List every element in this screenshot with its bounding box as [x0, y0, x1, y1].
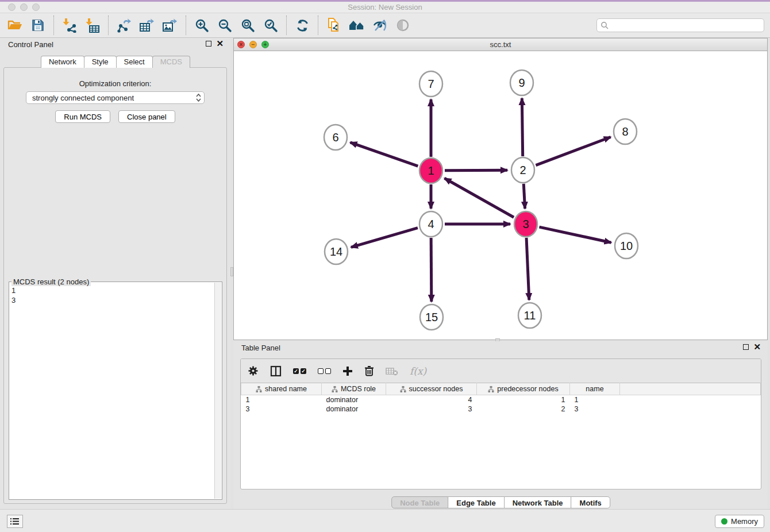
tab-select[interactable]: Select [116, 56, 153, 68]
create-column-button[interactable] [342, 366, 353, 376]
tab-mcds[interactable]: MCDS [152, 56, 190, 68]
cell-name[interactable]: 1 [570, 395, 620, 404]
search-field[interactable] [611, 21, 760, 30]
export-table-button[interactable] [136, 14, 159, 36]
graph-edge-2-8[interactable] [536, 137, 610, 165]
graph-edge-1-6[interactable] [350, 142, 418, 166]
cell-successor-nodes[interactable]: 4 [386, 395, 477, 404]
zoom-out-button[interactable] [213, 14, 236, 36]
graph-node-8[interactable]: 8 [614, 119, 637, 144]
result-scrollbar[interactable] [214, 283, 221, 499]
deselect-all-columns-button[interactable] [318, 368, 331, 374]
tab-node-table[interactable]: Node Table [391, 496, 448, 508]
table-row[interactable]: 1 dominator 4 1 1 [241, 395, 761, 404]
table-row[interactable]: 3 dominator 3 2 3 [241, 404, 761, 414]
tab-motifs[interactable]: Motifs [571, 496, 610, 508]
show-panels-button[interactable] [7, 515, 23, 528]
tab-network[interactable]: Network [41, 56, 84, 68]
graph-edge-2-9[interactable] [522, 98, 522, 156]
zoom-selected-button[interactable] [259, 14, 282, 36]
graph-node-15[interactable]: 15 [420, 304, 443, 330]
optimization-criterion-label: Optimization criterion: [4, 79, 226, 88]
checked-box-icon: ✓ [293, 368, 299, 374]
delete-columns-button[interactable] [364, 365, 374, 376]
table-options-button[interactable] [248, 365, 259, 376]
import-table-button[interactable] [81, 14, 104, 36]
graph-edge-4-15[interactable] [431, 238, 432, 302]
refresh-view-button[interactable] [291, 14, 314, 36]
graph-edge-3-11[interactable] [526, 238, 529, 300]
network-canvas[interactable]: 1234678910111415 [234, 51, 767, 340]
cell-predecessor-nodes[interactable]: 1 [477, 395, 570, 404]
show-eye-icon-disabled [395, 18, 410, 33]
attribute-type-icon [400, 386, 406, 392]
plus-icon [342, 366, 353, 376]
close-panel-button[interactable]: Close panel [118, 110, 175, 123]
graph-node-11[interactable]: 11 [518, 303, 541, 328]
graph-node-7[interactable]: 7 [419, 71, 442, 97]
graph-node-9[interactable]: 9 [510, 70, 533, 95]
cell-mcds-role[interactable]: dominator [322, 395, 386, 404]
table-header-row: shared name MCDS role successor nodes pr… [241, 383, 761, 395]
hide-selected-button[interactable] [368, 14, 391, 36]
optimization-criterion-select[interactable]: strongly connected component [26, 91, 205, 104]
close-panel-icon[interactable]: ✕ [216, 41, 224, 47]
graph-node-1[interactable]: 1 [419, 158, 442, 183]
refresh-icon [295, 18, 310, 33]
run-mcds-button[interactable]: Run MCDS [55, 110, 110, 123]
toolbar-separator [108, 16, 109, 35]
cell-mcds-role[interactable]: dominator [322, 404, 386, 414]
tab-edge-table[interactable]: Edge Table [448, 496, 504, 508]
column-header-successor-nodes[interactable]: successor nodes [386, 383, 477, 395]
column-header-predecessor-nodes[interactable]: predecessor nodes [477, 383, 570, 395]
export-image-button[interactable] [159, 14, 182, 36]
select-all-columns-button[interactable]: ✓ ✓ [293, 368, 306, 374]
graph-node-14[interactable]: 14 [325, 239, 348, 264]
export-table-icon [139, 18, 155, 33]
tab-network-table[interactable]: Network Table [504, 496, 572, 508]
float-panel-icon[interactable] [206, 41, 211, 47]
cell-shared-name[interactable]: 1 [241, 395, 322, 404]
search-input[interactable] [596, 18, 764, 32]
mcds-result-title: MCDS result (2 nodes) [11, 277, 91, 286]
cell-shared-name[interactable]: 3 [241, 404, 322, 414]
column-header-name[interactable]: name [570, 383, 620, 395]
save-session-button[interactable] [26, 14, 49, 36]
close-table-panel-icon[interactable]: ✕ [753, 344, 761, 350]
cell-name[interactable]: 3 [570, 404, 620, 414]
graph-node-3[interactable]: 3 [514, 211, 537, 237]
graph-edge-1-2[interactable] [445, 170, 507, 171]
cell-successor-nodes[interactable]: 3 [386, 404, 477, 414]
float-table-panel-icon[interactable] [743, 344, 749, 350]
show-columns-button[interactable] [270, 365, 282, 377]
graph-node-2[interactable]: 2 [511, 157, 534, 183]
column-header-shared-name[interactable]: shared name [241, 383, 322, 395]
show-all-button[interactable] [391, 14, 414, 36]
graph-node-10[interactable]: 10 [615, 233, 638, 259]
graph-node-6[interactable]: 6 [324, 125, 347, 150]
svg-text:3: 3 [522, 218, 529, 230]
open-session-button[interactable] [3, 14, 26, 36]
graph-edge-4-14[interactable] [351, 228, 418, 248]
tab-style[interactable]: Style [84, 56, 117, 68]
first-neighbors-button[interactable] [345, 14, 368, 36]
cell-predecessor-nodes[interactable]: 2 [477, 404, 570, 414]
column-header-mcds-role[interactable]: MCDS role [322, 383, 386, 395]
export-network-button[interactable] [113, 14, 136, 36]
svg-text:11: 11 [524, 309, 536, 322]
import-network-button[interactable] [58, 14, 81, 36]
zoom-in-button[interactable] [190, 14, 213, 36]
zoom-fit-button[interactable] [236, 14, 259, 36]
columns-icon [270, 365, 282, 377]
vertical-splitter-handle[interactable] [230, 267, 233, 276]
graph-node-4[interactable]: 4 [419, 211, 442, 237]
duplicate-network-button[interactable] [322, 14, 345, 36]
hide-eye-icon [372, 18, 387, 33]
zoom-out-icon [218, 18, 232, 33]
graph-edge-3-1[interactable] [445, 178, 514, 217]
graph-edge-3-10[interactable] [539, 227, 611, 242]
memory-button[interactable]: Memory [715, 515, 764, 528]
network-window-titlebar[interactable]: × − + scc.txt [234, 38, 767, 51]
graph-edge-2-3[interactable] [523, 184, 525, 209]
toolbar-separator [318, 16, 318, 35]
